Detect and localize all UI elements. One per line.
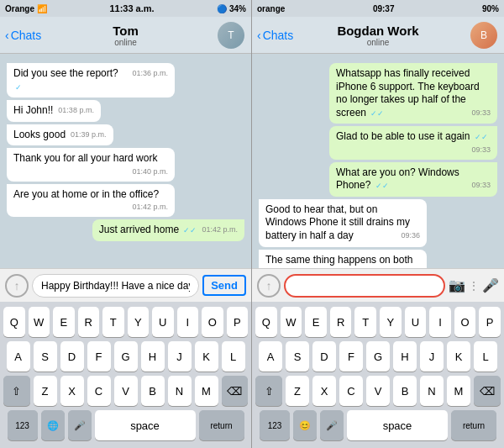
- r-key-v[interactable]: V: [366, 376, 390, 406]
- r-numbers-key[interactable]: 123: [260, 410, 290, 440]
- r-key-c[interactable]: C: [339, 376, 363, 406]
- msg-text: Thank you for all your hard work: [13, 152, 157, 164]
- key-y[interactable]: Y: [128, 307, 150, 337]
- msg-time: 09:33: [471, 108, 491, 119]
- msg-time: 01:39 p.m.: [71, 130, 107, 140]
- right-mic-icon[interactable]: 🎤: [482, 277, 499, 293]
- r-key-g[interactable]: G: [366, 341, 390, 372]
- upload-button[interactable]: ↑: [5, 274, 29, 298]
- r-key-z[interactable]: Z: [286, 376, 309, 406]
- left-messages-area: Did you see the report? 01:36 p.m. ✓ Hi …: [0, 54, 251, 268]
- list-item: Did you see the report? 01:36 p.m. ✓: [7, 63, 175, 98]
- right-kb-row-bottom: 123 😊 🎤 space return: [255, 410, 501, 440]
- r-key-k[interactable]: K: [447, 341, 470, 372]
- right-chevron-icon: ‹: [257, 29, 261, 42]
- key-e[interactable]: E: [53, 307, 75, 337]
- globe-key[interactable]: 🌐: [41, 410, 65, 440]
- left-header-center: Tom online: [113, 24, 139, 47]
- r-return-key[interactable]: return: [451, 410, 496, 440]
- right-contact-status: online: [337, 38, 418, 47]
- r-key-e[interactable]: E: [305, 307, 327, 337]
- right-avatar[interactable]: B: [470, 22, 497, 49]
- r-key-n[interactable]: N: [420, 376, 444, 406]
- right-message-input[interactable]: [284, 274, 445, 298]
- left-status-bar: Orange 📶 11:33 a.m. 🔵 34%: [0, 0, 251, 17]
- r-key-a[interactable]: A: [259, 341, 282, 372]
- r-key-b[interactable]: B: [393, 376, 417, 406]
- r-key-f[interactable]: F: [339, 341, 363, 372]
- key-u[interactable]: U: [152, 307, 174, 337]
- r-key-s[interactable]: S: [286, 341, 309, 372]
- r-key-h[interactable]: H: [393, 341, 417, 372]
- r-space-key[interactable]: space: [347, 410, 448, 440]
- right-messages-area: Whatsapp has finally received iPhone 6 s…: [252, 54, 504, 268]
- r-key-u[interactable]: U: [405, 307, 427, 337]
- r-key-j[interactable]: J: [420, 341, 444, 372]
- key-c[interactable]: C: [87, 376, 111, 406]
- msg-check: ✓✓: [475, 133, 488, 141]
- r-key-x[interactable]: X: [312, 376, 336, 406]
- list-item: Whatsapp has finally received iPhone 6 s…: [329, 63, 497, 124]
- key-m[interactable]: M: [195, 376, 218, 406]
- r-key-o[interactable]: O: [454, 307, 476, 337]
- key-j[interactable]: J: [168, 341, 192, 372]
- key-p[interactable]: P: [227, 307, 249, 337]
- key-k[interactable]: K: [195, 341, 218, 372]
- r-key-l[interactable]: L: [474, 341, 497, 372]
- key-d[interactable]: D: [60, 341, 84, 372]
- msg-text: Whatsapp has finally received iPhone 6 s…: [336, 67, 480, 119]
- key-b[interactable]: B: [141, 376, 165, 406]
- camera-icon[interactable]: 📷: [449, 277, 465, 293]
- r-key-t[interactable]: T: [354, 307, 376, 337]
- left-input-row: ↑ Send: [0, 268, 251, 302]
- msg-text: Did you see the report?: [13, 67, 118, 79]
- r-emoji-key[interactable]: 😊: [293, 410, 317, 440]
- msg-check: ✓✓: [370, 109, 384, 118]
- numbers-key[interactable]: 123: [8, 410, 38, 440]
- send-button[interactable]: Send: [202, 275, 246, 296]
- key-o[interactable]: O: [202, 307, 223, 337]
- left-message-input[interactable]: [32, 274, 199, 298]
- r-key-d[interactable]: D: [312, 341, 336, 372]
- key-h[interactable]: H: [141, 341, 165, 372]
- right-upload-button[interactable]: ↑: [257, 274, 281, 298]
- table-row: The same thing happens on both my Lumia …: [259, 250, 497, 268]
- key-t[interactable]: T: [102, 307, 124, 337]
- key-l[interactable]: L: [222, 341, 245, 372]
- r-key-m[interactable]: M: [447, 376, 470, 406]
- right-header-center: Bogdan Work online: [337, 24, 418, 47]
- key-q[interactable]: Q: [3, 307, 25, 337]
- r-key-y[interactable]: Y: [380, 307, 402, 337]
- return-key[interactable]: return: [199, 410, 244, 440]
- table-row: Just arrived home 01:42 p.m. ✓✓: [7, 219, 244, 241]
- table-row: What are you on? Windows Phone? 09:33 ✓✓: [259, 162, 497, 197]
- key-g[interactable]: G: [114, 341, 138, 372]
- left-back-button[interactable]: ‹ Chats: [5, 29, 41, 42]
- key-f[interactable]: F: [87, 341, 111, 372]
- r-key-q[interactable]: Q: [255, 307, 277, 337]
- r-key-i[interactable]: I: [429, 307, 451, 337]
- delete-key[interactable]: ⌫: [222, 376, 249, 406]
- key-v[interactable]: V: [114, 376, 138, 406]
- msg-text: Good to hear that, but on Windows Phone …: [265, 203, 410, 241]
- key-i[interactable]: I: [177, 307, 199, 337]
- key-n[interactable]: N: [168, 376, 192, 406]
- key-s[interactable]: S: [34, 341, 57, 372]
- msg-text: Are you at home or in the office?: [13, 188, 159, 200]
- r-mic-key[interactable]: 🎤: [320, 410, 344, 440]
- right-back-button[interactable]: ‹ Chats: [257, 29, 293, 42]
- key-r[interactable]: R: [78, 307, 100, 337]
- key-z[interactable]: Z: [34, 376, 57, 406]
- r-key-w[interactable]: W: [281, 307, 302, 337]
- left-avatar[interactable]: T: [218, 22, 244, 49]
- shift-key[interactable]: ⇧: [3, 376, 30, 406]
- key-a[interactable]: A: [7, 341, 30, 372]
- key-x[interactable]: X: [60, 376, 84, 406]
- r-shift-key[interactable]: ⇧: [255, 376, 282, 406]
- mic-key[interactable]: 🎤: [68, 410, 92, 440]
- key-w[interactable]: W: [29, 307, 50, 337]
- r-key-r[interactable]: R: [330, 307, 352, 337]
- r-key-p[interactable]: P: [479, 307, 501, 337]
- r-delete-key[interactable]: ⌫: [474, 376, 501, 406]
- space-key[interactable]: space: [95, 410, 196, 440]
